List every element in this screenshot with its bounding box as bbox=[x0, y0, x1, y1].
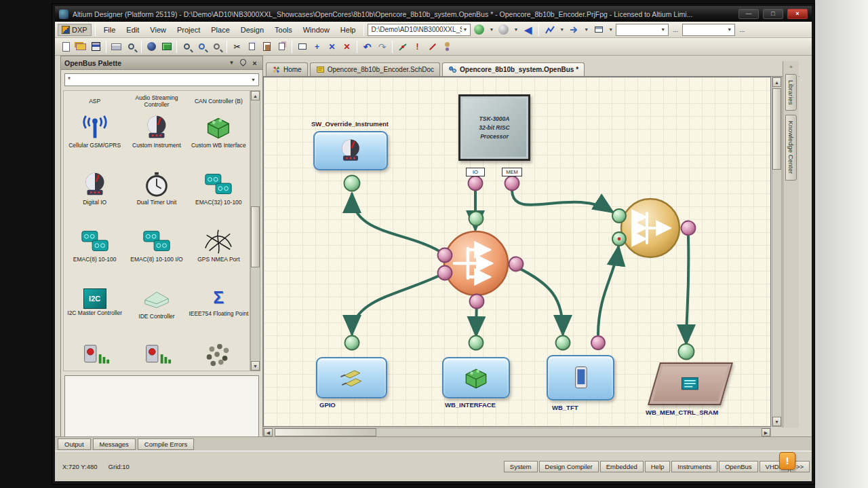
title-bar[interactable]: Altium Designer (Platform 25119) - D:\De… bbox=[55, 6, 812, 22]
open-workspace-button[interactable] bbox=[159, 40, 174, 54]
minimize-button[interactable]: — bbox=[738, 9, 759, 19]
scroll-up-icon[interactable]: ▲ bbox=[251, 91, 260, 100]
tab-home[interactable]: Home bbox=[266, 62, 308, 76]
canvas-vertical-scrollbar[interactable]: ▲ ▼ bbox=[772, 77, 782, 427]
close-button[interactable]: × bbox=[787, 9, 808, 19]
zoom-document-button[interactable] bbox=[195, 40, 209, 54]
panel-button-instruments[interactable]: Instruments bbox=[671, 461, 717, 472]
port-hub-left2[interactable] bbox=[438, 266, 452, 280]
view-3d-button[interactable] bbox=[144, 40, 159, 54]
port-gpio[interactable] bbox=[345, 336, 359, 350]
port-tft[interactable] bbox=[556, 336, 570, 350]
panel-button-system[interactable]: System bbox=[504, 461, 538, 472]
tab-knowledge-center[interactable]: Knowledge Center bbox=[785, 115, 797, 180]
palette-item[interactable]: I2CI2C Master Controller bbox=[64, 282, 125, 339]
tab-system-openbus[interactable]: Opencore_8b10b_system.OpenBus * bbox=[442, 62, 585, 76]
tab-compile-errors[interactable]: Compile Errors bbox=[138, 438, 194, 450]
scroll-down-icon[interactable]: ▼ bbox=[772, 417, 781, 426]
menu-project[interactable]: Project bbox=[172, 24, 205, 36]
tab-encoder-schdoc[interactable]: Opencore_8b10b_Encoder.SchDoc bbox=[310, 62, 440, 76]
menu-file[interactable]: File bbox=[99, 24, 121, 36]
select-rect-button[interactable] bbox=[295, 40, 309, 54]
open-document-button[interactable] bbox=[74, 40, 88, 54]
new-document-button[interactable] bbox=[59, 40, 73, 54]
port-proc-io[interactable] bbox=[469, 176, 483, 191]
pin-icon[interactable] bbox=[239, 59, 248, 67]
chevron-down-icon[interactable]: ▼ bbox=[558, 27, 566, 32]
component-gpio[interactable] bbox=[316, 357, 387, 398]
tab-output[interactable]: Output bbox=[58, 438, 91, 450]
menu-help[interactable]: Help bbox=[336, 24, 361, 36]
cut-button[interactable]: ✂ bbox=[230, 40, 244, 54]
dxp-menu[interactable]: DXP bbox=[58, 24, 92, 36]
panel-chevrons-icon[interactable]: » bbox=[789, 64, 792, 70]
port-hub-right[interactable] bbox=[509, 257, 524, 271]
print-button[interactable] bbox=[109, 40, 123, 54]
palette-item[interactable]: Dual Timer Unit bbox=[125, 168, 187, 225]
palette-item[interactable]: GPS NMEA Port bbox=[188, 225, 250, 282]
paste-button[interactable] bbox=[260, 40, 274, 54]
document-path-combo[interactable]: D:\Demo\AD10\NB3000XXL_Showca▼ bbox=[368, 24, 471, 36]
port-tft-master[interactable] bbox=[591, 336, 605, 350]
bus-link-sw[interactable] bbox=[352, 194, 445, 255]
zoom-in-button[interactable] bbox=[180, 40, 194, 54]
chevron-down-icon[interactable]: ▼ bbox=[462, 27, 469, 32]
chevron-down-icon[interactable]: ▼ bbox=[250, 77, 257, 82]
clear-filter-button[interactable]: ✕ bbox=[340, 40, 354, 54]
palette-item[interactable]: ΣIEEE754 Floating Point bbox=[188, 282, 250, 339]
port-hub-bottom[interactable] bbox=[470, 295, 484, 309]
panel-button-help[interactable]: Help bbox=[645, 461, 671, 472]
port-sram[interactable] bbox=[679, 344, 694, 360]
palette-item[interactable] bbox=[188, 339, 250, 371]
port-proc-mem[interactable] bbox=[505, 176, 519, 191]
component-wb-interface[interactable] bbox=[442, 357, 510, 398]
signal-integrity-button[interactable] bbox=[542, 23, 557, 37]
scroll-thumb[interactable] bbox=[275, 428, 376, 436]
palette-item[interactable]: EMAC(8) 10-100 bbox=[64, 225, 125, 282]
menu-design[interactable]: Design bbox=[236, 24, 269, 36]
panel-button-openbus[interactable]: OpenBus bbox=[719, 461, 758, 472]
tab-messages[interactable]: Messages bbox=[93, 438, 136, 450]
undo-button[interactable]: ↶ bbox=[360, 40, 374, 54]
component-wb-mem-ctrl-sram[interactable] bbox=[648, 362, 733, 405]
scroll-right-icon[interactable]: ▶ bbox=[762, 428, 770, 436]
home-nav-button[interactable]: ◀ bbox=[521, 23, 535, 37]
chevron-down-icon[interactable]: ▼ bbox=[488, 27, 495, 32]
browser-back-button[interactable] bbox=[472, 23, 486, 37]
variant-combo[interactable]: ▼ bbox=[616, 24, 669, 36]
menu-tools[interactable]: Tools bbox=[270, 24, 297, 36]
bus-link-arbiter-sram[interactable] bbox=[686, 236, 688, 343]
tab-libraries[interactable]: Libraries bbox=[785, 74, 797, 111]
palette-item[interactable]: Digital IO bbox=[64, 168, 125, 225]
chevron-down-icon[interactable]: ▼ bbox=[607, 27, 614, 32]
browser-forward-button[interactable] bbox=[496, 23, 511, 37]
duplicate-button[interactable] bbox=[275, 40, 289, 54]
palette-filter-combo[interactable]: * ▼ bbox=[64, 73, 259, 86]
port-hub-top[interactable] bbox=[469, 212, 484, 226]
redo-button[interactable]: ↷ bbox=[375, 40, 389, 54]
scroll-left-icon[interactable]: ◀ bbox=[264, 428, 273, 436]
canvas-horizontal-scrollbar[interactable]: ◀ ▶ bbox=[263, 428, 771, 437]
panel-button-embedded[interactable]: Embedded bbox=[600, 461, 644, 472]
grid-button[interactable] bbox=[591, 23, 606, 37]
config-combo[interactable]: ▼ bbox=[682, 24, 735, 36]
scroll-down-icon[interactable]: ▼ bbox=[251, 361, 260, 371]
port-arbiter-in1[interactable] bbox=[612, 209, 626, 223]
move-button[interactable]: + bbox=[310, 40, 324, 54]
deselect-button[interactable]: ✕ bbox=[325, 40, 339, 54]
menu-edit[interactable]: Edit bbox=[121, 24, 144, 36]
chevron-down-icon[interactable]: ▼ bbox=[726, 27, 733, 32]
palette-item[interactable]: Cellular GSM/GPRS bbox=[64, 111, 125, 168]
interconnect-hub[interactable] bbox=[444, 231, 508, 295]
menu-view[interactable]: View bbox=[145, 24, 171, 36]
bus-link-tft-arbiter[interactable] bbox=[598, 247, 618, 335]
print-preview-button[interactable] bbox=[124, 40, 138, 54]
palette-item[interactable] bbox=[64, 339, 125, 371]
user-tool-button[interactable] bbox=[440, 40, 454, 54]
component-wb-tft[interactable] bbox=[547, 355, 614, 400]
chevron-down-icon[interactable]: ▼ bbox=[512, 27, 519, 32]
scroll-thumb[interactable] bbox=[772, 88, 781, 170]
wire-tool-button[interactable] bbox=[425, 40, 439, 54]
palette-item[interactable]: Custom WB Interface bbox=[188, 111, 250, 168]
palette-item[interactable]: Custom Instrument bbox=[125, 111, 187, 168]
